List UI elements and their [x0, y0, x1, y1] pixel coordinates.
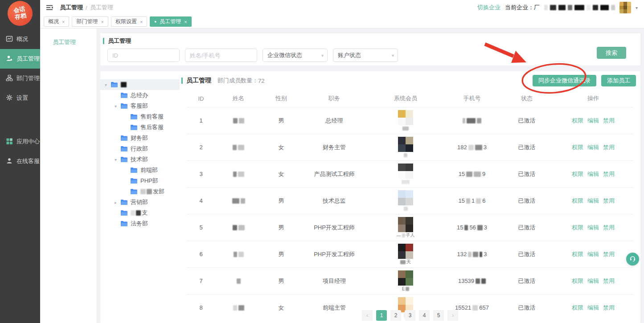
customer-service-button[interactable]	[626, 253, 639, 266]
disable-link[interactable]: 禁用	[603, 277, 615, 285]
permission-link[interactable]: 权限	[572, 277, 583, 285]
disable-link[interactable]: 禁用	[603, 197, 615, 205]
tree-caret-icon[interactable]: ▾	[105, 82, 111, 87]
table-row[interactable]: 5 男 PHP开发工程师 —子人 15563 已激活 权限	[187, 214, 633, 241]
permission-link[interactable]: 权限	[572, 170, 583, 178]
collapse-menu-icon[interactable]	[45, 4, 53, 11]
sync-wechat-contacts-button[interactable]: 同步企业微信通讯录	[533, 75, 596, 86]
cell-phone: 13539	[443, 278, 500, 284]
prev-page-button[interactable]: ‹	[362, 310, 373, 321]
tree-node[interactable]: 支	[100, 208, 180, 218]
edit-link[interactable]: 编辑	[587, 250, 599, 258]
tree-node[interactable]: 售后客服	[100, 122, 180, 133]
tab-label: 员工管理	[160, 18, 181, 25]
sidebar-item-app-center[interactable]: 应用中心	[0, 132, 40, 151]
user-menu-caret-icon[interactable]: ▾	[636, 5, 638, 10]
permission-link[interactable]: 权限	[572, 224, 583, 232]
tree-node[interactable]: ▾ 技术部	[100, 154, 180, 165]
disable-link[interactable]: 禁用	[603, 224, 615, 232]
sidebar-item-label: 员工管理	[16, 55, 40, 63]
page-button[interactable]: 4	[419, 310, 430, 321]
tab-departments[interactable]: 部门管理 ×	[72, 16, 108, 27]
column-header: ID	[187, 95, 215, 102]
folder-icon	[130, 167, 138, 173]
cell-status: 已激活	[500, 197, 553, 205]
cell-id: 7	[187, 278, 215, 284]
edit-link[interactable]: 编辑	[587, 170, 599, 178]
close-icon[interactable]: ×	[140, 19, 143, 25]
tree-node[interactable]: PHP部	[100, 176, 180, 186]
tree-node[interactable]: ▾	[100, 79, 180, 90]
cell-actions: 权限 编辑 禁用	[553, 170, 633, 178]
table-row[interactable]: 4 男 技术总监 1516 已激活 权限	[187, 187, 633, 214]
folder-icon	[130, 178, 138, 184]
cell-member: E	[368, 270, 443, 291]
disable-link[interactable]: 禁用	[603, 170, 615, 178]
tree-node[interactable]: 发部	[100, 186, 180, 197]
tree-node[interactable]: 财务部	[100, 133, 180, 143]
next-page-button[interactable]: ›	[447, 310, 458, 321]
folder-icon	[120, 199, 128, 205]
search-button[interactable]: 搜索	[597, 47, 626, 59]
edit-link[interactable]: 编辑	[587, 224, 599, 232]
tree-caret-icon[interactable]: ▾	[115, 157, 120, 162]
permission-link[interactable]: 权限	[572, 143, 583, 151]
tree-node[interactable]: 前端部	[100, 165, 180, 176]
subsidebar-item-employees[interactable]: 员工管理	[40, 38, 97, 46]
sidebar-item-online-service[interactable]: 在线客服	[0, 151, 40, 171]
close-icon[interactable]: ×	[101, 19, 103, 25]
sidebar-item-departments[interactable]: 部门管理	[0, 69, 40, 88]
secondary-sidebar: 员工管理	[40, 29, 97, 323]
tree-node[interactable]: 售前客服	[100, 111, 180, 122]
id-input[interactable]	[107, 49, 180, 62]
close-icon[interactable]: ×	[184, 19, 187, 25]
member-avatar	[398, 137, 413, 152]
sidebar-item-overview[interactable]: 概况	[0, 29, 40, 49]
tree-node[interactable]: 法务部	[100, 218, 180, 229]
cell-id: 6	[187, 251, 215, 258]
tree-node-label: 客服部	[131, 102, 148, 110]
page-button[interactable]: 5	[433, 310, 444, 321]
disable-link[interactable]: 禁用	[603, 117, 615, 125]
tab-overview[interactable]: 概况 ×	[44, 16, 69, 27]
wechat-status-select[interactable]: 企业微信状态 ▾	[263, 49, 328, 62]
permission-link[interactable]: 权限	[572, 117, 583, 125]
edit-link[interactable]: 编辑	[587, 197, 599, 205]
edit-link[interactable]: 编辑	[587, 143, 599, 151]
user-avatar[interactable]	[619, 2, 631, 13]
account-status-select[interactable]: 账户状态 ▾	[333, 49, 398, 62]
title-accent-bar	[181, 78, 183, 84]
column-header: 职务	[301, 94, 368, 102]
page-button[interactable]: 3	[405, 310, 415, 321]
cell-member	[368, 164, 443, 184]
active-dot-icon: ●	[154, 20, 156, 24]
sidebar-item-settings[interactable]: 设置	[0, 88, 40, 108]
sidebar-item-employees[interactable]: 员工管理	[0, 49, 40, 69]
tree-node[interactable]: 总经办	[100, 90, 180, 101]
table-row[interactable]: 7 男 项目经理 E 13539 已激活 权限	[187, 267, 633, 294]
cell-gender: 男	[262, 117, 301, 125]
tree-node[interactable]: 行政部	[100, 143, 180, 154]
page-button[interactable]: 1	[376, 310, 387, 321]
tree-node[interactable]: ▾ 客服部	[100, 101, 180, 111]
tree-caret-icon[interactable]: ▸	[115, 200, 120, 205]
switch-company-link[interactable]: 切换企业	[477, 4, 500, 12]
name-phone-input[interactable]	[185, 49, 257, 62]
table-row[interactable]: 6 男 PHP开发工程师 天 1323 已激活 权限	[187, 241, 633, 267]
close-icon[interactable]: ×	[62, 19, 65, 25]
page-button[interactable]: 2	[390, 310, 401, 321]
table-row[interactable]: 3 女 产品测试工程师 159 已激活 权限	[187, 160, 633, 187]
tree-caret-icon[interactable]: ▾	[115, 104, 120, 109]
permission-link[interactable]: 权限	[572, 197, 583, 205]
disable-link[interactable]: 禁用	[603, 143, 615, 151]
tab-permissions[interactable]: 权限设置 ×	[111, 16, 147, 27]
edit-link[interactable]: 编辑	[587, 277, 599, 285]
edit-link[interactable]: 编辑	[587, 117, 599, 125]
permission-link[interactable]: 权限	[572, 250, 583, 258]
disable-link[interactable]: 禁用	[603, 250, 615, 258]
tree-node[interactable]: ▸ 营销部	[100, 197, 180, 208]
table-row[interactable]: 1 男 总经理 已激活 权限 编辑	[187, 107, 633, 134]
add-employee-button[interactable]: 添加员工	[601, 75, 636, 86]
table-row[interactable]: 2 女 财务主管 1823 已激活 权限	[187, 134, 633, 160]
tab-employees[interactable]: ● 员工管理 ×	[150, 16, 191, 27]
